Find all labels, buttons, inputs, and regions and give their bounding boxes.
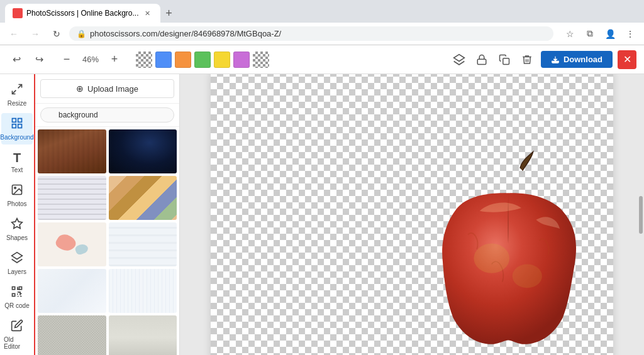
qrcode-icon (11, 285, 23, 301)
apple-image (418, 146, 601, 353)
back-button[interactable]: ← (5, 25, 23, 43)
sidebar-item-photos[interactable]: Photos (1, 180, 33, 211)
bookmark-button[interactable]: ☆ (561, 25, 579, 43)
tab-bar: PhotoScissors | Online Backgro... ✕ + (0, 0, 644, 23)
active-tab[interactable]: PhotoScissors | Online Backgro... ✕ (5, 4, 160, 23)
list-item[interactable] (38, 269, 106, 313)
color-swatch-green[interactable] (194, 52, 211, 68)
sidebar-old-editor-label: Old Editor (4, 336, 30, 350)
sidebar-shapes-label: Shapes (6, 234, 28, 241)
svg-line-4 (18, 85, 22, 89)
checker-swatch-1[interactable] (136, 52, 152, 68)
trash-icon-btn[interactable] (518, 51, 536, 68)
sidebar-text-label: Text (11, 167, 23, 173)
sidebar-resize-label: Resize (8, 100, 27, 107)
sidebar-item-qrcode[interactable]: QR code (1, 281, 33, 313)
lock-icon-btn[interactable] (473, 51, 491, 68)
list-item[interactable] (38, 222, 106, 266)
forward-button[interactable]: → (26, 25, 44, 43)
background-icon (11, 117, 23, 133)
main-area: Resize Background T Text (0, 74, 644, 355)
sidebar-qrcode-label: QR code (4, 302, 29, 309)
new-tab-button[interactable]: + (160, 4, 178, 22)
close-button[interactable]: ✕ (618, 50, 636, 69)
list-item[interactable] (109, 129, 177, 173)
resize-icon (11, 83, 23, 99)
svg-marker-13 (12, 253, 23, 259)
upload-area: ⊕ Upload Image (35, 74, 179, 104)
list-item[interactable] (109, 315, 177, 355)
upload-image-button[interactable]: ⊕ Upload Image (40, 79, 174, 98)
search-input[interactable] (40, 107, 174, 123)
svg-line-5 (13, 90, 16, 94)
tab-close-btn[interactable]: ✕ (143, 8, 153, 18)
color-swatches (136, 52, 269, 68)
svg-point-11 (14, 187, 16, 189)
tab-title: PhotoScissors | Online Backgro... (26, 9, 139, 18)
layers-icon-btn[interactable] (450, 51, 468, 68)
old-editor-icon (11, 319, 23, 335)
photos-icon (11, 183, 23, 199)
list-item[interactable] (109, 269, 177, 313)
download-button[interactable]: Download (541, 51, 613, 68)
text-icon: T (13, 151, 21, 165)
zoom-in-button[interactable]: + (106, 51, 123, 68)
sidebar: Resize Background T Text (0, 74, 35, 355)
menu-button[interactable]: ⋮ (621, 25, 639, 43)
app-container: ↩ ↪ − 46% + (0, 45, 644, 355)
profile-button[interactable]: 👤 (601, 25, 619, 43)
color-swatch-orange[interactable] (175, 52, 191, 68)
sidebar-item-background[interactable]: Background (1, 113, 33, 145)
checker-swatch-2[interactable] (253, 52, 269, 68)
svg-rect-2 (503, 58, 509, 64)
sidebar-item-old-editor[interactable]: Old Editor (1, 315, 33, 354)
color-swatch-blue[interactable] (155, 52, 172, 68)
color-swatch-purple[interactable] (233, 52, 250, 68)
svg-rect-1 (477, 59, 486, 64)
list-item[interactable] (38, 315, 106, 355)
list-item[interactable] (109, 222, 177, 266)
sidebar-item-text[interactable]: T Text (1, 147, 33, 177)
sidebar-photos-label: Photos (7, 200, 26, 207)
redo-button[interactable]: ↪ (30, 51, 48, 68)
svg-rect-6 (13, 119, 16, 123)
download-label: Download (564, 55, 602, 64)
search-box: 🔍 (35, 104, 179, 127)
svg-point-18 (474, 243, 509, 273)
app-toolbar: ↩ ↪ − 46% + (0, 45, 644, 74)
svg-rect-14 (13, 287, 15, 290)
browser-actions: ☆ ⧉ 👤 ⋮ (561, 25, 639, 43)
canvas-area (180, 74, 644, 355)
reload-button[interactable]: ↻ (48, 25, 65, 43)
background-panel: ⊕ Upload Image 🔍 (35, 74, 180, 355)
svg-point-19 (513, 264, 542, 288)
secure-icon: 🔒 (77, 30, 86, 38)
image-grid (35, 127, 179, 355)
url-box[interactable]: 🔒 photoscissors.com/designer/846968978/M… (69, 26, 553, 41)
tab-favicon (13, 8, 23, 18)
duplicate-icon-btn[interactable] (496, 51, 513, 68)
sidebar-item-resize[interactable]: Resize (1, 79, 33, 111)
zoom-out-button[interactable]: − (58, 51, 75, 68)
undo-button[interactable]: ↩ (8, 51, 25, 68)
list-item[interactable] (38, 129, 106, 173)
sidebar-item-layers[interactable]: Layers (1, 248, 33, 279)
svg-rect-16 (13, 293, 15, 296)
svg-rect-8 (13, 124, 16, 128)
canvas-surface (211, 74, 613, 355)
shapes-icon (11, 217, 23, 233)
zoom-controls: − 46% + (58, 51, 123, 68)
vertical-scrollbar[interactable] (639, 196, 643, 234)
address-bar: ← → ↻ 🔒 photoscissors.com/designer/84696… (0, 23, 644, 45)
list-item[interactable] (109, 176, 177, 220)
sidebar-item-shapes[interactable]: Shapes (1, 214, 33, 245)
color-swatch-yellow[interactable] (214, 52, 230, 68)
extensions-button[interactable]: ⧉ (581, 25, 599, 43)
svg-marker-12 (12, 219, 23, 229)
svg-marker-0 (454, 54, 465, 61)
upload-label: Upload Image (87, 84, 138, 94)
svg-rect-7 (18, 119, 22, 123)
layers-icon (11, 251, 23, 267)
browser-window: PhotoScissors | Online Backgro... ✕ + ← … (0, 0, 644, 355)
list-item[interactable] (38, 176, 106, 220)
